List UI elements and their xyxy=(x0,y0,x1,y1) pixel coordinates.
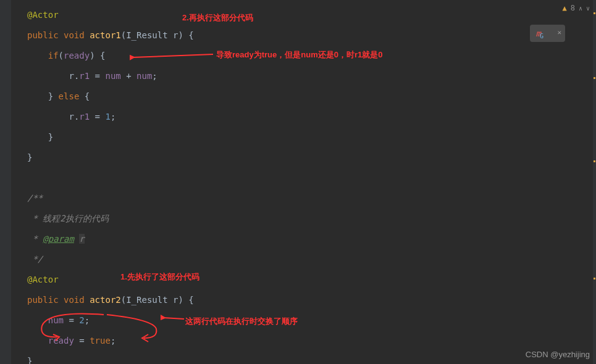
code-line: * @param r xyxy=(15,229,596,249)
annotation-text: 这两行代码在执行时交换了顺序 xyxy=(185,316,298,327)
code-line: r.r1 = num + num; xyxy=(15,66,596,86)
code-line xyxy=(15,168,596,188)
code-line: @Actor xyxy=(15,5,596,25)
code-line: */ xyxy=(15,249,596,270)
code-line: * 线程2执行的代码 xyxy=(15,209,596,229)
code-line: /** xyxy=(15,188,596,209)
code-line: ready = true; xyxy=(15,331,596,351)
code-line: } xyxy=(15,147,596,168)
code-line: } xyxy=(15,127,596,147)
code-line: public void actor2(I_Result r) { xyxy=(15,290,596,310)
code-line: } xyxy=(15,351,596,364)
code-line: @Actor xyxy=(15,270,596,290)
annotation-text: 2.再执行这部分代码 xyxy=(182,12,253,23)
code-line: public void actor1(I_Result r) { xyxy=(15,25,596,46)
annotation-text: 1.先执行了这部分代码 xyxy=(120,271,199,283)
code-line: } else { xyxy=(15,86,596,107)
code-line: r.r1 = 1; xyxy=(15,107,596,127)
code-line: num = 2; xyxy=(15,310,596,331)
annotation-text: 导致ready为true，但是num还是0，时r1就是0 xyxy=(216,49,382,60)
watermark: CSDN @yezhijing xyxy=(526,350,590,359)
